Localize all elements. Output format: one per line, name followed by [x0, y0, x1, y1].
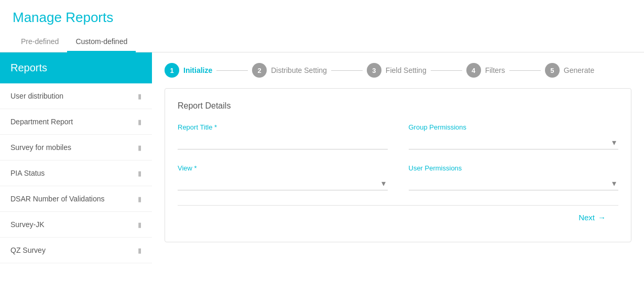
step-1: 1 Initialize [165, 63, 212, 78]
sidebar-item-label: Department Report [10, 117, 73, 126]
edit-icon: ▮ [138, 144, 141, 152]
step-line-1 [216, 70, 248, 71]
sidebar-item-survey-mobiles[interactable]: Survey for mobiles ▮ [0, 135, 152, 160]
step-4: 4 Filters [466, 63, 505, 78]
main-content: 1 Initialize 2 Distribute Setting 3 Fiel… [152, 52, 644, 263]
edit-icon: ▮ [138, 247, 141, 254]
report-title-input[interactable] [178, 134, 388, 149]
next-arrow-icon: → [598, 213, 606, 222]
next-label: Next [578, 213, 595, 222]
view-select[interactable] [178, 175, 388, 190]
form-row-2: View * User Permissions [178, 164, 618, 190]
sidebar-header: Reports [0, 52, 152, 83]
step-5-circle: 5 [545, 63, 560, 78]
user-permissions-label: User Permissions [409, 164, 619, 172]
edit-icon: ▮ [138, 169, 141, 177]
report-title-field: Report Title * [178, 123, 388, 149]
tab-bar: Pre-defined Custom-defined [0, 32, 644, 52]
edit-icon: ▮ [138, 221, 141, 229]
step-1-label: Initialize [183, 66, 212, 74]
card-footer: Next → [178, 205, 618, 229]
sidebar-item-label: User distribution [10, 92, 63, 100]
view-field: View * [178, 164, 388, 190]
view-select-wrapper [178, 175, 388, 190]
step-5: 5 Generate [545, 63, 594, 78]
form-row-1: Report Title * Group Permissions [178, 123, 618, 149]
edit-icon: ▮ [138, 118, 141, 126]
sidebar-item-pia-status[interactable]: PIA Status ▮ [0, 160, 152, 186]
step-1-circle: 1 [165, 63, 179, 78]
step-2-circle: 2 [252, 63, 267, 78]
step-3: 3 Field Setting [367, 63, 427, 78]
user-permissions-field: User Permissions [409, 164, 619, 190]
step-2: 2 Distribute Setting [252, 63, 327, 78]
step-5-label: Generate [564, 66, 594, 74]
group-permissions-field: Group Permissions [409, 123, 619, 149]
sidebar-item-survey-jk[interactable]: Survey-JK ▮ [0, 212, 152, 238]
user-permissions-select[interactable] [409, 175, 619, 190]
group-permissions-select[interactable] [409, 134, 619, 149]
step-3-circle: 3 [367, 63, 381, 78]
edit-icon: ▮ [138, 92, 141, 100]
report-details-card: Report Details Report Title * Group Perm… [165, 88, 631, 242]
stepper: 1 Initialize 2 Distribute Setting 3 Fiel… [165, 63, 631, 78]
sidebar-item-label: Survey for mobiles [10, 143, 71, 152]
step-line-4 [509, 70, 541, 71]
view-label: View * [178, 164, 388, 172]
group-permissions-select-wrapper [409, 134, 619, 149]
step-line-3 [431, 70, 462, 71]
step-2-label: Distribute Setting [271, 66, 327, 74]
sidebar-item-dsar-validations[interactable]: DSAR Number of Validations ▮ [0, 186, 152, 212]
step-line-2 [331, 70, 363, 71]
step-4-circle: 4 [466, 63, 481, 78]
sidebar: Reports User distribution ▮ Department R… [0, 52, 152, 263]
group-permissions-label: Group Permissions [409, 123, 619, 131]
sidebar-item-label: DSAR Number of Validations [10, 195, 104, 203]
sidebar-item-user-distribution[interactable]: User distribution ▮ [0, 83, 152, 109]
edit-icon: ▮ [138, 195, 141, 203]
next-button[interactable]: Next → [578, 213, 606, 222]
sidebar-item-label: PIA Status [10, 169, 45, 177]
sidebar-item-department-report[interactable]: Department Report ▮ [0, 109, 152, 135]
sidebar-item-label: Survey-JK [10, 220, 45, 229]
step-4-label: Filters [485, 66, 505, 74]
sidebar-item-label: QZ Survey [10, 246, 46, 254]
sidebar-item-qz-survey[interactable]: QZ Survey ▮ [0, 238, 152, 263]
user-permissions-select-wrapper [409, 175, 619, 190]
page-title: Manage Reports [13, 9, 631, 26]
report-title-label: Report Title * [178, 123, 388, 131]
card-title: Report Details [178, 101, 618, 111]
step-3-label: Field Setting [386, 66, 427, 74]
tab-customdefined[interactable]: Custom-defined [67, 32, 136, 52]
tab-predefined[interactable]: Pre-defined [13, 32, 67, 52]
